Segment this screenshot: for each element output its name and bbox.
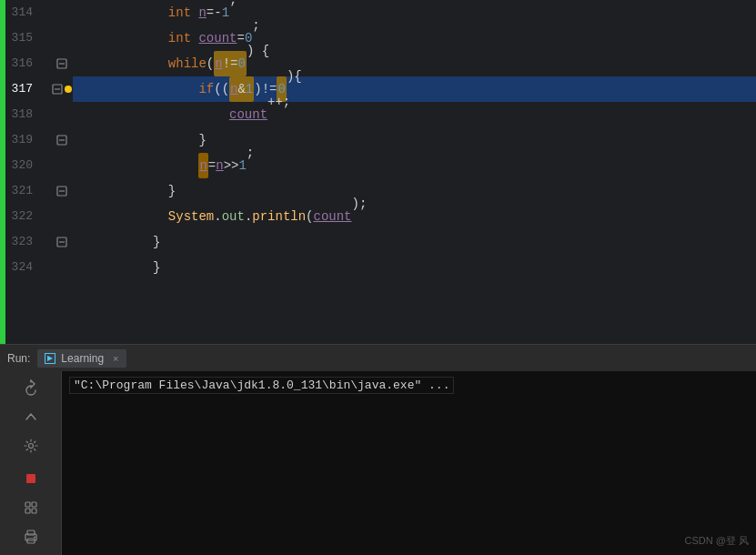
code-line-323: }: [73, 229, 756, 255]
svg-rect-12: [25, 502, 30, 507]
marker-324: [51, 255, 73, 280]
run-tab-close[interactable]: ×: [113, 353, 118, 364]
marker-316[interactable]: [51, 51, 73, 76]
code-line-324: }: [73, 255, 756, 280]
run-again-icon[interactable]: [18, 375, 44, 400]
marker-323[interactable]: [51, 229, 73, 255]
watermark: CSDN @登 风: [685, 534, 749, 548]
marker-317[interactable]: [51, 76, 73, 102]
marker-314: [51, 0, 73, 25]
line-numbers: 314 315 316 317 318 319 320 321 322 323 …: [5, 0, 51, 344]
line-num-322: 322: [5, 204, 42, 229]
print-icon[interactable]: [18, 524, 44, 550]
line-num-318: 318: [5, 102, 42, 127]
line-num-319: 319: [5, 127, 42, 153]
breakpoint-dot: [65, 86, 72, 93]
editor-area: 314 315 316 317 318 319 320 321 322 323 …: [0, 0, 756, 344]
marker-321[interactable]: [51, 178, 73, 204]
line-num-324: 324: [5, 255, 42, 280]
svg-point-19: [34, 537, 35, 539]
settings-icon[interactable]: [18, 433, 44, 459]
svg-rect-11: [26, 474, 35, 483]
stop-icon[interactable]: [18, 466, 44, 491]
line-num-320: 320: [5, 153, 42, 178]
line-num-321: 321: [5, 178, 42, 204]
console-sidebar: [0, 371, 62, 555]
code-line-315: int count=0;: [73, 25, 756, 51]
console-output: "C:\Program Files\Java\jdk1.8.0_131\bin\…: [62, 371, 756, 555]
scroll-up-icon[interactable]: [18, 404, 44, 429]
code-line-322: System.out.println(count);: [73, 204, 756, 229]
code-line-314: int n=-1;: [73, 0, 756, 25]
layout-icon[interactable]: [18, 495, 44, 520]
marker-318: [51, 102, 73, 127]
svg-rect-15: [32, 509, 36, 513]
line-num-316: 316: [5, 51, 42, 76]
marker-315: [51, 25, 73, 51]
line-markers: [51, 0, 73, 344]
console-command: "C:\Program Files\Java\jdk1.8.0_131\bin\…: [69, 377, 454, 394]
code-line-321: }: [73, 178, 756, 204]
marker-319[interactable]: [51, 127, 73, 153]
marker-320: [51, 153, 73, 178]
run-tab-icon: ▶: [45, 353, 55, 364]
code-container: 314 315 316 317 318 319 320 321 322 323 …: [0, 0, 756, 344]
line-num-314: 314: [5, 0, 42, 25]
svg-rect-14: [25, 509, 30, 513]
svg-point-10: [28, 444, 33, 449]
run-tab[interactable]: ▶ Learning ×: [37, 349, 126, 368]
line-num-317: 317: [5, 76, 42, 102]
console-area: "C:\Program Files\Java\jdk1.8.0_131\bin\…: [0, 371, 756, 555]
run-bar: Run: ▶ Learning ×: [0, 344, 756, 371]
marker-322: [51, 204, 73, 229]
code-lines[interactable]: int n=-1; int count=0; while(n!=0) { if(…: [73, 0, 756, 344]
run-tab-label: Learning: [61, 352, 104, 365]
svg-rect-13: [32, 502, 36, 507]
line-num-323: 323: [5, 229, 42, 255]
run-label: Run:: [7, 352, 30, 365]
line-num-315: 315: [5, 25, 42, 51]
